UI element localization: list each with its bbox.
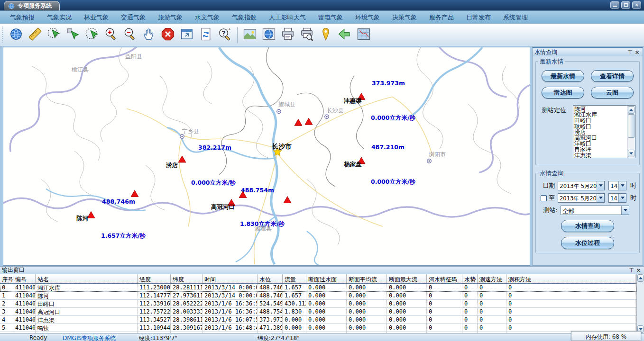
date-picker[interactable]: 2013年 5月20日 [558, 181, 605, 190]
menu-item-2[interactable]: 林业气象 [78, 11, 115, 24]
hour-picker[interactable]: 14 [608, 181, 626, 190]
station-list-item[interactable]: 冉家坪 [574, 146, 626, 152]
water-level-process-button[interactable]: 水位过程 [561, 237, 614, 249]
pin-output-icon[interactable]: ⊤ [628, 267, 635, 274]
print-preview-icon[interactable] [297, 26, 316, 45]
table-row[interactable]: 241104004田峪口112.33916728.0522222013/1/6 … [0, 300, 636, 308]
menu-item-10[interactable]: 决策气象 [386, 11, 423, 24]
menu-item-1[interactable]: 气象实况 [41, 11, 78, 24]
table-cell: 1.830 [283, 308, 306, 315]
column-header-2[interactable]: 站名 [36, 274, 138, 283]
station-list-item[interactable]: 田峪口 [574, 117, 626, 123]
view-details-button[interactable]: 查看详情 [591, 70, 634, 82]
menu-item-0[interactable]: 气象预报 [4, 11, 41, 24]
table-row[interactable]: 141104002陈河112.14777827.9736112013/3/14 … [0, 292, 636, 300]
menu-item-7[interactable]: 人工影响天气 [263, 11, 312, 24]
station-marker-triangle[interactable] [305, 118, 313, 125]
chevron-down-icon[interactable] [618, 181, 626, 190]
menu-item-4[interactable]: 旅游气象 [152, 11, 189, 24]
scroll-down-icon[interactable] [628, 150, 635, 157]
globe-icon[interactable] [7, 26, 26, 45]
radar-chart-button[interactable]: 雷达图 [542, 87, 584, 99]
locate-pin-icon[interactable] [316, 26, 335, 45]
table-row[interactable]: 041104002湘江水库111.23000028.2811112013/3/1… [0, 284, 636, 292]
column-header-0[interactable]: 序号 [0, 274, 13, 283]
latest-water-button[interactable]: 最新水情 [542, 70, 584, 82]
column-header-10[interactable]: 断面最大流 [387, 274, 427, 283]
map-viewport[interactable]: 益阳县桃江县宁乡县望城县长沙县浏阳市湘潭县长沙市沣惠渠杨家盘涝店陈河高冠河口37… [3, 47, 530, 266]
scroll-thumb[interactable] [628, 114, 635, 138]
list-scrollbar[interactable] [627, 106, 635, 158]
to-date-checkbox[interactable] [541, 195, 547, 201]
menu-item-13[interactable]: 系统管理 [497, 11, 534, 24]
pointer-icon[interactable] [64, 26, 83, 45]
station-marker-triangle[interactable] [178, 156, 186, 162]
restore-button[interactable] [621, 1, 630, 9]
select-features-icon[interactable] [83, 26, 101, 45]
stop-icon[interactable] [158, 26, 177, 45]
pin-panel-icon[interactable]: ⊤ [626, 49, 634, 56]
column-header-13[interactable]: 测速方法 [478, 274, 506, 283]
close-panel-icon[interactable]: ✕ [634, 49, 641, 56]
column-header-4[interactable]: 纬度 [171, 274, 202, 283]
refresh-icon[interactable] [196, 26, 215, 45]
cloud-image-button[interactable]: 云图 [591, 87, 634, 99]
column-header-8[interactable]: 断面过水面 [306, 274, 347, 283]
water-query-button[interactable]: 水情查询 [561, 220, 614, 232]
menu-item-9[interactable]: 环境气象 [349, 11, 386, 24]
table-row[interactable]: 341104010高冠河口112.75722228.0033332013/1/6… [0, 308, 636, 316]
map-image-icon[interactable] [259, 26, 278, 45]
zoom-in-icon[interactable] [101, 26, 120, 45]
chevron-down-icon[interactable] [621, 206, 629, 215]
menu-item-12[interactable]: 日常发布 [460, 11, 497, 24]
table-row[interactable]: 441104017沣惠渠113.34527828.3986112013/1/6 … [0, 316, 636, 324]
minimize-button[interactable] [610, 1, 619, 9]
column-header-11[interactable]: 河水特征码 [427, 274, 462, 283]
menu-item-8[interactable]: 雷电气象 [312, 11, 349, 24]
zoom-question-icon[interactable]: ?± [215, 26, 234, 45]
station-marker-triangle[interactable] [87, 211, 95, 218]
column-header-9[interactable]: 断面平均流 [347, 274, 387, 283]
station-marker-triangle[interactable] [284, 197, 291, 203]
date-picker-end[interactable]: 2013年 5月20日 [558, 193, 605, 203]
station-list-item[interactable]: 沣惠渠 [574, 153, 626, 158]
back-icon[interactable] [335, 26, 354, 45]
close-output-icon[interactable]: ✕ [635, 267, 642, 274]
station-marker-triangle[interactable] [131, 190, 138, 197]
column-header-14[interactable]: 测积方法 [506, 274, 635, 283]
toolbar-grip[interactable] [2, 27, 5, 44]
table-scrollbar[interactable] [636, 274, 644, 333]
hour-picker-end[interactable]: 14 [608, 193, 626, 203]
chevron-down-icon[interactable] [597, 181, 604, 190]
table-cell: 2013/1/6 16:48:45 [202, 324, 258, 332]
pan-hand-icon[interactable] [139, 26, 158, 45]
column-header-1[interactable]: 编号 [13, 274, 36, 283]
zoom-out-icon[interactable] [120, 26, 139, 45]
overview-map-icon[interactable] [354, 26, 373, 45]
county-seat-marker-dot [428, 160, 430, 162]
menu-item-11[interactable]: 服务产品 [423, 11, 460, 24]
measure-ruler-icon[interactable] [26, 26, 45, 45]
select-area-icon[interactable] [45, 26, 64, 45]
column-header-12[interactable]: 水势 [462, 274, 478, 283]
menu-item-5[interactable]: 水文气象 [189, 11, 226, 24]
chevron-down-icon[interactable] [597, 194, 604, 202]
station-list-item[interactable]: 耿峪口 [574, 124, 626, 129]
chevron-down-icon[interactable] [618, 194, 626, 202]
scroll-up-icon[interactable] [637, 274, 644, 282]
scroll-up-icon[interactable] [628, 106, 635, 114]
station-select[interactable]: 全部 [561, 206, 629, 215]
full-extent-icon[interactable] [177, 26, 196, 45]
column-header-7[interactable]: 流量 [283, 274, 306, 283]
column-header-3[interactable]: 经度 [138, 274, 171, 283]
station-marker-triangle[interactable] [294, 119, 302, 126]
table-row[interactable]: 541104022鸣犊113.10944428.3091672013/1/6 1… [0, 324, 636, 332]
print-icon[interactable] [278, 26, 297, 45]
column-header-6[interactable]: 水位 [258, 274, 283, 283]
station-listbox[interactable]: 陈河湘江水库田峪口耿峪口涝店高冠河口沣峪口冉家坪沣惠渠 [573, 105, 635, 158]
menu-item-6[interactable]: 气象指数 [226, 11, 263, 24]
image-export-icon[interactable] [240, 26, 259, 45]
close-button[interactable]: ✕ [632, 1, 641, 9]
column-header-5[interactable]: 时间 [202, 274, 258, 283]
menu-item-3[interactable]: 交通气象 [115, 11, 152, 24]
